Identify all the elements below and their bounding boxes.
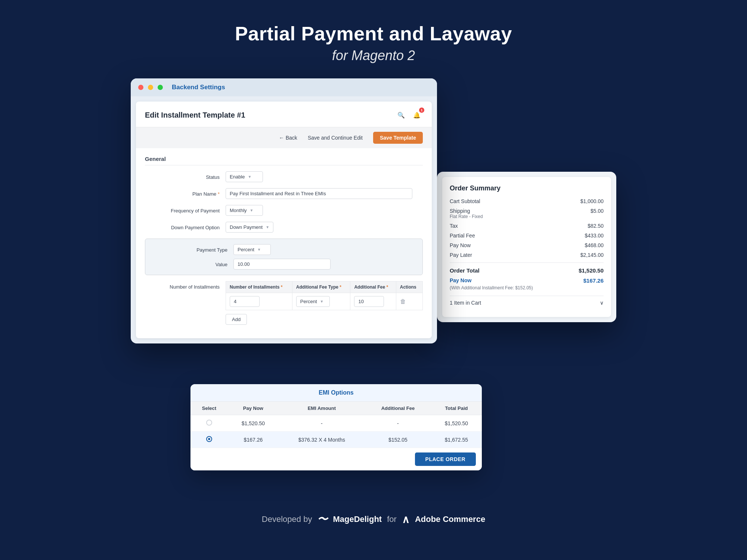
col-fee-type: Additional Fee Type * bbox=[292, 281, 350, 293]
tax-row: Tax $82.50 bbox=[450, 223, 604, 229]
emi-table: Select Pay Now EMI Amount Additional Fee… bbox=[190, 402, 482, 448]
mage-logo-icon: 〜 bbox=[317, 512, 328, 526]
col-installments: Number of Installments * bbox=[226, 281, 292, 293]
frequency-label: Frequency of Payment bbox=[145, 205, 220, 214]
down-payment-select[interactable]: Down Payment ▼ bbox=[226, 222, 273, 233]
payment-type-select[interactable]: Percent ▼ bbox=[233, 244, 271, 255]
edit-title: Edit Installment Template #1 bbox=[145, 111, 245, 119]
footer-developed-by: Developed by bbox=[262, 514, 312, 524]
footer-platform: Adobe Commerce bbox=[415, 514, 485, 524]
pay-now-highlight-label: Pay Now bbox=[450, 277, 471, 283]
emi-row-1: $1,520.50 - - $1,520.50 bbox=[190, 415, 482, 432]
payment-type-row: Payment Type Percent ▼ bbox=[153, 244, 415, 255]
radio-selected-icon[interactable] bbox=[206, 436, 212, 442]
plan-name-control bbox=[226, 188, 423, 199]
order-window: Order Summary Cart Subtotal $1,000.00 Sh… bbox=[437, 172, 616, 322]
partial-fee-value: $433.00 bbox=[585, 233, 604, 239]
emi-radio-1[interactable] bbox=[190, 415, 228, 432]
pay-now-highlight-value: $167.26 bbox=[583, 277, 604, 284]
pay-later-label: Pay Later bbox=[450, 252, 472, 258]
shipping-label: Shipping bbox=[450, 208, 483, 214]
partial-fee-row: Partial Fee $433.00 bbox=[450, 233, 604, 239]
plan-name-label: Plan Name * bbox=[145, 188, 220, 197]
emi-amount-2: $376.32 X 4 Months bbox=[279, 432, 365, 448]
fee-type-select[interactable]: Percent ▼ bbox=[296, 296, 330, 307]
page-header: Partial Payment and Layaway for Magento … bbox=[235, 22, 512, 63]
status-arrow-icon: ▼ bbox=[248, 175, 251, 179]
value-control bbox=[233, 259, 415, 270]
traffic-light-yellow[interactable] bbox=[148, 85, 153, 90]
emi-total-2: $1,672.55 bbox=[431, 432, 482, 448]
payment-type-value: Percent bbox=[238, 247, 254, 252]
emi-row-2: $167.26 $376.32 X 4 Months $152.05 $1,67… bbox=[190, 432, 482, 448]
add-button[interactable]: Add bbox=[226, 314, 247, 325]
pay-now-summary-label: Pay Now bbox=[450, 242, 471, 248]
save-template-button[interactable]: Save Template bbox=[373, 132, 423, 144]
radio-unselected-icon[interactable] bbox=[206, 420, 212, 426]
emi-col-emi-amount: EMI Amount bbox=[279, 402, 365, 415]
emi-fee-1: - bbox=[365, 415, 431, 432]
installments-table: Number of Installments * Additional Fee … bbox=[226, 281, 423, 310]
emi-amount-1: - bbox=[279, 415, 365, 432]
pay-now-highlight-row: Pay Now $167.26 bbox=[450, 277, 604, 284]
save-continue-button[interactable]: Save and Continue Edit bbox=[303, 132, 367, 144]
notification-icon[interactable]: 🔔 1 bbox=[411, 109, 423, 121]
shipping-sub: Flat Rate - Fixed bbox=[450, 214, 483, 219]
order-total-row: Order Total $1,520.50 bbox=[450, 267, 604, 274]
cart-subtotal-value: $1,000.00 bbox=[580, 198, 604, 204]
footer-brand: MageDelight bbox=[333, 514, 382, 524]
frequency-row: Frequency of Payment Monthly ▼ bbox=[145, 205, 423, 216]
emi-fee-2: $152.05 bbox=[365, 432, 431, 448]
emi-section: EMI Options Select Pay Now EMI Amount Ad… bbox=[190, 384, 482, 470]
installments-input[interactable] bbox=[230, 296, 260, 307]
page-subtitle: for Magento 2 bbox=[235, 48, 512, 63]
notification-badge: 1 bbox=[419, 108, 424, 113]
page-footer: Developed by 〜 MageDelight for ∧ Adobe C… bbox=[0, 512, 747, 545]
backend-window: Backend Settings Edit Installment Templa… bbox=[131, 78, 437, 343]
emi-pay-now-1: $1,520.50 bbox=[228, 415, 279, 432]
value-label: Value bbox=[153, 259, 227, 267]
emi-col-pay-now: Pay Now bbox=[228, 402, 279, 415]
status-row: Status Enable ▼ bbox=[145, 171, 423, 182]
cart-subtotal-row: Cart Subtotal $1,000.00 bbox=[450, 198, 604, 204]
down-payment-control: Down Payment ▼ bbox=[226, 222, 423, 233]
toolbar: ← Back Save and Continue Edit Save Templ… bbox=[136, 127, 432, 148]
shipping-row: Shipping Flat Rate - Fixed $5.00 bbox=[450, 208, 604, 219]
place-order-button[interactable]: PLACE ORDER bbox=[415, 452, 476, 466]
section-title: General bbox=[145, 156, 423, 165]
search-icon[interactable]: 🔍 bbox=[395, 109, 407, 121]
page-title: Partial Payment and Layaway bbox=[235, 22, 512, 45]
down-payment-arrow-icon: ▼ bbox=[266, 225, 269, 229]
cart-items-row[interactable]: 1 Item in Cart ∨ bbox=[450, 296, 604, 309]
payment-type-arrow-icon: ▼ bbox=[257, 248, 261, 252]
installments-label: Number of Installments bbox=[145, 281, 220, 290]
traffic-light-green[interactable] bbox=[158, 85, 163, 90]
value-row: Value bbox=[153, 259, 415, 270]
cell-fee bbox=[350, 293, 396, 310]
status-select[interactable]: Enable ▼ bbox=[226, 171, 263, 182]
pay-later-value: $2,145.00 bbox=[580, 252, 604, 258]
order-title: Order Summary bbox=[450, 184, 604, 192]
cell-installments bbox=[226, 293, 292, 310]
frequency-arrow-icon: ▼ bbox=[250, 208, 254, 212]
frequency-select[interactable]: Monthly ▼ bbox=[226, 205, 263, 216]
payment-type-box: Payment Type Percent ▼ Value bbox=[145, 239, 423, 275]
delete-icon[interactable]: 🗑 bbox=[400, 298, 406, 305]
table-row: Percent ▼ 🗑 bbox=[226, 293, 423, 310]
edit-header: Edit Installment Template #1 🔍 🔔 1 bbox=[136, 102, 432, 127]
tax-label: Tax bbox=[450, 223, 458, 229]
emi-pay-now-2: $167.26 bbox=[228, 432, 279, 448]
order-body: Order Summary Cart Subtotal $1,000.00 Sh… bbox=[442, 177, 611, 317]
traffic-light-red[interactable] bbox=[138, 85, 143, 90]
pay-now-sub: (With Additional Installment Fee: $152.0… bbox=[450, 285, 604, 290]
tax-value: $82.50 bbox=[588, 223, 604, 229]
installments-row: Number of Installments Number of Install… bbox=[145, 281, 423, 325]
emi-radio-2[interactable] bbox=[190, 432, 228, 448]
fee-input[interactable] bbox=[354, 296, 384, 307]
form-section: General Status Enable ▼ Plan Name bbox=[136, 148, 432, 338]
plan-name-input[interactable] bbox=[226, 188, 412, 199]
value-input[interactable] bbox=[233, 259, 331, 270]
emi-col-total-paid: Total Paid bbox=[431, 402, 482, 415]
back-button[interactable]: ← Back bbox=[279, 135, 297, 141]
back-label: ← Back bbox=[279, 135, 297, 141]
